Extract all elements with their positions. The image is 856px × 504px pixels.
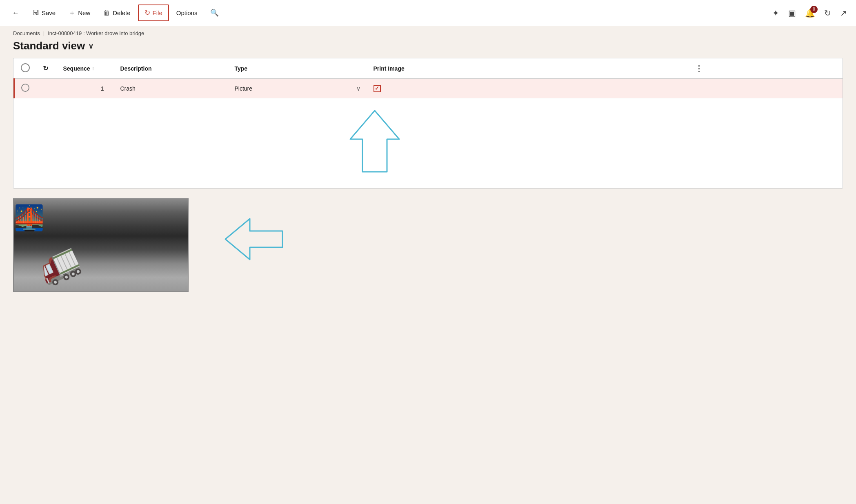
toolbar: ← 🖫 Save ＋ New 🗑 Delete ↻ File Options 🔍… [0,0,856,26]
col-print-image-header[interactable]: Print Image [367,58,688,79]
up-arrow-annotation [348,107,401,180]
page-title-area: Standard view ∨ [0,38,856,58]
col-sequence-header[interactable]: Sequence ↑ [57,58,114,79]
file-button[interactable]: ↻ File [138,4,169,21]
col-type-header[interactable]: Type [228,58,367,79]
options-button[interactable]: Options [171,6,203,20]
select-all-circle[interactable] [21,63,30,72]
row-sequence-cell: 1 [57,79,114,98]
row-description-cell[interactable]: Crash [114,79,228,98]
type-dropdown-arrow[interactable]: ∨ [356,85,360,92]
reload-button[interactable]: ↻ [822,6,834,20]
crash-image [14,199,188,291]
row-radio[interactable] [21,84,29,92]
file-label: File [153,9,162,16]
toolbar-right: ✦ ▣ 🔔 0 ↻ ↗ [770,6,849,20]
plus-icon: ＋ [69,8,76,18]
chevron-down-icon: ∨ [88,42,93,51]
data-table-wrap: ↻ Sequence ↑ Description Type Print Imag… [13,58,843,189]
description-value: Crash [120,85,136,92]
gem-icon: ✦ [772,8,779,18]
row-select-cell [14,79,36,98]
sequence-label: Sequence [63,65,90,72]
panel-icon: ▣ [788,8,796,18]
documents-table: ↻ Sequence ↑ Description Type Print Imag… [13,58,843,98]
row-type-cell: Picture ∨ [228,79,367,98]
crash-photo [13,198,189,292]
sequence-value: 1 [101,85,104,92]
breadcrumb-incident[interactable]: Inct-00000419 : Worker drove into bridge [48,30,144,36]
reload-icon: ↻ [824,8,831,18]
gem-icon-button[interactable]: ✦ [770,6,782,20]
page-title[interactable]: Standard view ∨ [13,40,843,52]
delete-icon: 🗑 [103,9,110,17]
type-value: Picture [235,85,253,92]
save-label: Save [42,9,56,16]
search-icon: 🔍 [210,9,219,17]
new-button[interactable]: ＋ New [63,5,96,21]
below-area [13,198,843,292]
checkmark-icon: ✓ [375,85,379,91]
table-header-row: ↻ Sequence ↑ Description Type Print Imag… [14,58,843,79]
page-title-text: Standard view [13,40,85,52]
options-label: Options [176,9,198,16]
row-more-cell [688,79,843,98]
share-button[interactable]: ↗ [838,6,849,20]
refresh-col-icon[interactable]: ↻ [43,65,48,72]
col-description-header[interactable]: Description [114,58,228,79]
sort-icon: ↑ [92,66,94,71]
share-icon: ↗ [840,8,847,18]
notification-button[interactable]: 🔔 0 [803,6,818,20]
breadcrumb-separator: | [43,30,44,36]
left-arrow-area [221,198,287,264]
delete-label: Delete [113,9,130,16]
delete-button[interactable]: 🗑 Delete [98,6,136,20]
col-refresh: ↻ [36,58,57,79]
svg-marker-1 [225,219,282,260]
print-image-checkbox[interactable]: ✓ [374,85,381,92]
more-options-icon[interactable]: ⋮ [695,64,703,73]
col-more-header: ⋮ [688,58,843,79]
row-refresh-cell [36,79,57,98]
back-button[interactable]: ← [7,6,25,20]
back-icon: ← [12,9,19,17]
new-label: New [78,9,90,16]
row-print-image-cell: ✓ [367,79,688,98]
empty-rows-area [13,98,843,188]
col-select [14,58,36,79]
main-content: ↻ Sequence ↑ Description Type Print Imag… [0,58,856,305]
svg-marker-0 [350,111,399,172]
save-icon: 🖫 [32,9,39,17]
search-button[interactable]: 🔍 [205,5,225,20]
breadcrumb-documents[interactable]: Documents [13,30,40,36]
save-button[interactable]: 🖫 Save [27,6,61,20]
left-arrow-annotation [221,215,287,264]
toggle-panel-button[interactable]: ▣ [786,6,798,20]
breadcrumb: Documents | Inct-00000419 : Worker drove… [0,26,856,38]
table-row: 1 Crash Picture ∨ ✓ [14,79,843,98]
refresh-icon: ↻ [145,9,150,17]
notification-badge: 0 [810,6,818,13]
